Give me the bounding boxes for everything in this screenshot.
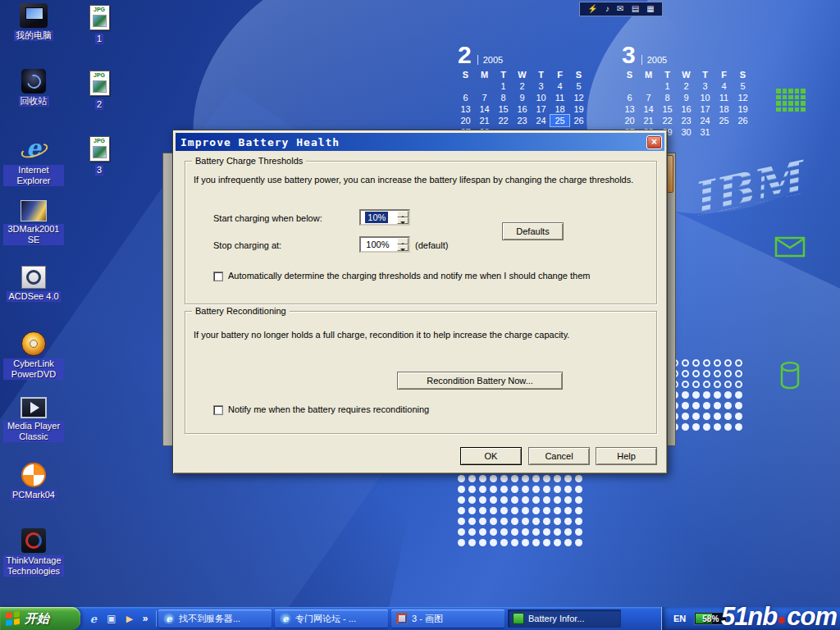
start-threshold-value[interactable]: 10% bbox=[365, 212, 388, 223]
dot bbox=[735, 423, 742, 431]
notify-reconditioning-checkbox[interactable] bbox=[213, 405, 223, 415]
mail-icon: ✉ bbox=[617, 5, 623, 13]
desktop-icon-mpc[interactable]: Media Player Classic bbox=[3, 397, 64, 463]
dot bbox=[724, 370, 732, 377]
desktop-icon-thinkvantage[interactable]: ThinkVantage Technologies bbox=[3, 528, 64, 594]
notify-reconditioning-row[interactable]: Notify me when the battery requires reco… bbox=[213, 404, 429, 415]
dot bbox=[735, 370, 742, 377]
spin-down-icon[interactable] bbox=[397, 217, 409, 224]
dot bbox=[703, 391, 710, 399]
start-threshold-spinner[interactable]: 10% bbox=[359, 209, 410, 226]
dot bbox=[532, 496, 540, 504]
dot bbox=[714, 381, 721, 388]
calendar-day: 10 bbox=[532, 92, 550, 103]
dot bbox=[468, 475, 476, 482]
calendar-weekday: M bbox=[639, 69, 658, 80]
calendar-day: 11 bbox=[714, 92, 733, 103]
spin-up-icon[interactable] bbox=[397, 238, 409, 244]
desktop-icon-powerdvd[interactable]: CyberLink PowerDVD bbox=[3, 331, 64, 397]
dot bbox=[692, 413, 700, 420]
dot bbox=[543, 475, 550, 482]
calendar-day: 19 bbox=[733, 103, 752, 115]
task-label: 专门网论坛 - ... bbox=[295, 613, 356, 625]
desktop-icon-column: 我的电脑回收站eInternet Explorer3DMark2001 SEAC… bbox=[3, 3, 64, 594]
internet-explorer-icon[interactable]: e bbox=[87, 612, 100, 625]
watermark: 51nbcom bbox=[721, 602, 837, 630]
auto-determine-row[interactable]: Automatically determine the charging thr… bbox=[213, 271, 590, 281]
dot bbox=[724, 381, 732, 388]
dot bbox=[682, 391, 689, 399]
calendar-day: 3 bbox=[532, 80, 550, 92]
desktop-icon-acdsee[interactable]: ACDSee 4.0 bbox=[3, 266, 64, 331]
help-button[interactable]: Help bbox=[596, 447, 657, 465]
auto-determine-checkbox[interactable] bbox=[213, 272, 223, 281]
desktop-file-3[interactable]: JPG3 bbox=[75, 135, 123, 200]
media-player-icon[interactable]: ▶ bbox=[123, 612, 136, 625]
dot bbox=[511, 528, 518, 536]
start-button[interactable]: 开始 bbox=[0, 607, 80, 630]
desktop-icon-recycle-bin[interactable]: 回收站 bbox=[3, 69, 64, 135]
stop-threshold-spinner[interactable]: 100% bbox=[359, 236, 410, 253]
dot bbox=[490, 528, 497, 536]
close-icon[interactable]: × bbox=[646, 135, 662, 149]
calendar-day: 15 bbox=[494, 103, 513, 115]
task-button-3[interactable]: 3 - 画图 bbox=[391, 609, 504, 628]
spin-up-icon[interactable] bbox=[397, 211, 409, 217]
dot bbox=[554, 518, 561, 525]
start-label: 开始 bbox=[25, 611, 49, 627]
dot bbox=[735, 413, 742, 420]
dot bbox=[543, 486, 550, 493]
dot bbox=[682, 402, 689, 409]
quick-launch-overflow-icon[interactable]: » bbox=[141, 612, 149, 625]
dot bbox=[575, 486, 582, 493]
dot bbox=[682, 359, 689, 367]
dot bbox=[468, 528, 476, 536]
icon-label: Media Player Classic bbox=[3, 421, 64, 442]
desktop-file-2[interactable]: JPG2 bbox=[75, 69, 123, 135]
calendar-day: 20 bbox=[456, 115, 475, 126]
calendar-month-3: 32005SMTWTFS1234567891011121314151617181… bbox=[620, 43, 752, 138]
dot bbox=[564, 475, 572, 482]
watermark-dot-icon bbox=[778, 617, 785, 623]
calendar-day: 17 bbox=[696, 103, 714, 115]
ok-button[interactable]: OK bbox=[460, 447, 522, 465]
dot bbox=[575, 507, 582, 514]
desktop-icon-pcmark[interactable]: PCMark04 bbox=[3, 463, 64, 528]
desktop-icon-internet-explorer[interactable]: eInternet Explorer bbox=[3, 135, 64, 200]
calendar-day: 1 bbox=[494, 80, 513, 92]
task-button-1[interactable]: e找不到服务器... bbox=[158, 609, 272, 628]
jpg-file-icon: JPG bbox=[84, 69, 114, 97]
calendar-day bbox=[475, 80, 494, 92]
calendar-day: 6 bbox=[620, 92, 639, 103]
battery-icon bbox=[513, 613, 524, 624]
cancel-button[interactable]: Cancel bbox=[528, 447, 590, 465]
dot bbox=[468, 496, 476, 504]
dot bbox=[522, 496, 529, 504]
dialog-titlebar[interactable]: Improve Battery Health × bbox=[176, 133, 664, 151]
desktop-file-1[interactable]: JPG1 bbox=[75, 3, 123, 69]
calendar-weekday: T bbox=[658, 69, 677, 80]
dot bbox=[500, 496, 508, 504]
dot bbox=[500, 539, 508, 546]
stop-threshold-value[interactable]: 100% bbox=[363, 239, 391, 250]
task-button-4[interactable]: Battery Infor... bbox=[508, 609, 621, 628]
dot bbox=[490, 486, 497, 493]
calendar-day: 19 bbox=[569, 103, 588, 115]
task-button-2[interactable]: e专门网论坛 - ... bbox=[275, 609, 388, 628]
show-desktop-icon[interactable]: ▣ bbox=[105, 612, 118, 625]
dot bbox=[714, 423, 721, 431]
dialog-title: Improve Battery Health bbox=[180, 136, 646, 148]
desktop-icon-threedmark[interactable]: 3DMark2001 SE bbox=[3, 200, 64, 266]
spin-down-icon[interactable] bbox=[397, 244, 409, 251]
calendar-day bbox=[733, 126, 752, 138]
dot bbox=[490, 507, 497, 514]
desktop-icon-my-computer[interactable]: 我的电脑 bbox=[3, 3, 64, 69]
defaults-button[interactable]: Defaults bbox=[502, 222, 564, 240]
calendar-day: 5 bbox=[733, 80, 752, 92]
ibm-logo: IBM bbox=[682, 141, 824, 233]
language-indicator[interactable]: EN bbox=[673, 614, 686, 623]
dot bbox=[479, 496, 486, 504]
dot bbox=[554, 528, 561, 536]
recondition-battery-button[interactable]: Recondition Battery Now... bbox=[397, 372, 563, 390]
calendar-month-2: 22005SMTWTFS1234567891011121314151617181… bbox=[456, 43, 588, 138]
